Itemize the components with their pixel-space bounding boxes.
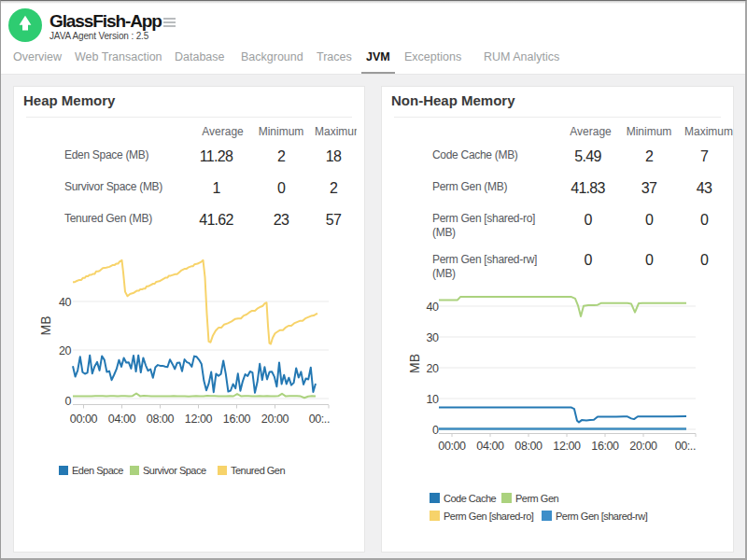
svg-text:00:00: 00:00 [438,440,466,453]
svg-text:16:00: 16:00 [591,440,619,453]
svg-text:00:..: 00:.. [675,440,696,453]
svg-text:20:00: 20:00 [629,440,657,453]
svg-text:10: 10 [426,393,439,406]
svg-text:16:00: 16:00 [223,413,251,426]
svg-text:12:00: 12:00 [185,413,213,426]
svg-text:0: 0 [432,424,439,437]
svg-text:08:00: 08:00 [147,413,175,426]
svg-text:MB: MB [38,316,53,336]
svg-text:20:00: 20:00 [261,413,289,426]
svg-text:20: 20 [426,362,439,375]
svg-text:04:00: 04:00 [108,413,136,426]
svg-text:12:00: 12:00 [553,440,581,453]
svg-text:0: 0 [64,395,71,408]
svg-text:00:..: 00:.. [309,413,330,426]
svg-text:40: 40 [59,296,72,309]
svg-text:00:00: 00:00 [70,413,98,426]
svg-text:20: 20 [59,344,72,357]
svg-text:08:00: 08:00 [514,440,543,453]
svg-text:MB: MB [407,354,422,373]
svg-text:40: 40 [426,301,439,314]
svg-text:30: 30 [426,331,439,344]
svg-text:04:00: 04:00 [476,440,504,453]
